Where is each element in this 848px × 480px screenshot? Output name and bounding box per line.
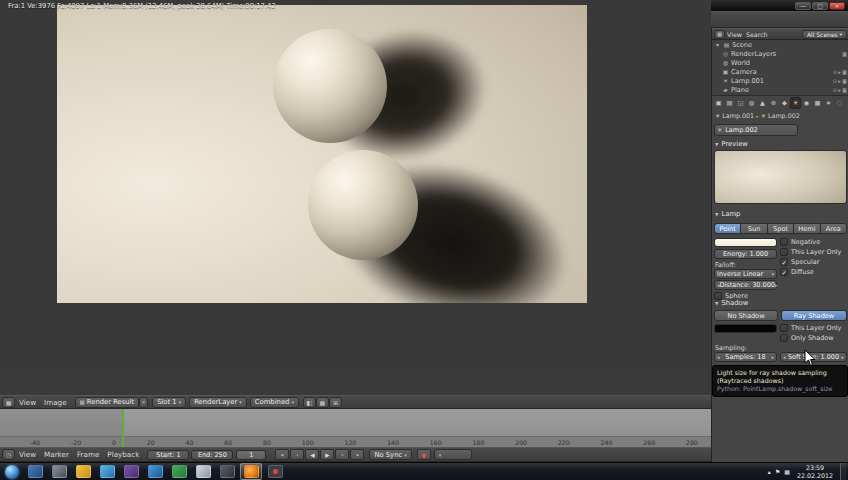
sync-mode-selector[interactable]: No Sync ▾ <box>369 449 411 460</box>
current-frame-marker[interactable] <box>122 409 124 447</box>
eye-icon[interactable]: ⊙ <box>833 87 837 93</box>
taskbar-slot[interactable] <box>48 463 70 480</box>
render-restrict-icon[interactable]: ▣ <box>842 78 847 84</box>
step-right-icon[interactable]: ▸ <box>771 354 774 360</box>
select-restrict-icon[interactable]: ▸ <box>838 69 841 75</box>
end-frame-field[interactable]: End: 250 <box>191 450 233 460</box>
timeline-editor-type-icon[interactable]: ◷ <box>2 449 15 460</box>
lamp-type-sun[interactable]: Sun <box>740 223 766 234</box>
outliner-item-camera[interactable]: ▣ Camera ⊙ ▸ ▣ <box>712 67 848 76</box>
image-editor-canvas[interactable]: Fra:1 Ve:3976 Fa:4097 La:1 Mem:8.36M (12… <box>0 0 711 367</box>
step-right-icon[interactable]: ▸ <box>775 282 778 288</box>
start-frame-field[interactable]: Start: 1 <box>147 450 189 460</box>
tab-material[interactable]: ◉ <box>801 97 812 109</box>
timeline-menu-marker[interactable]: Marker <box>40 450 73 459</box>
play-button[interactable]: ▶ <box>320 449 334 460</box>
play-reverse-button[interactable]: ◀ <box>305 449 319 460</box>
checkbox[interactable] <box>780 248 788 256</box>
render-restrict-icon[interactable]: ▣ <box>842 87 847 93</box>
tab-scene[interactable]: ◲ <box>735 97 746 109</box>
falloff-dropdown[interactable]: Inverse Linear ▾ <box>714 269 777 279</box>
taskbar-slot[interactable] <box>192 463 214 480</box>
tab-world[interactable]: ◍ <box>746 97 757 109</box>
taskbar-app-4[interactable] <box>100 465 115 478</box>
taskbar-slot[interactable] <box>120 463 142 480</box>
auto-keyframe-record-button[interactable]: ● <box>417 449 431 460</box>
tab-constraints[interactable]: ⊕ <box>768 97 779 109</box>
tab-particles[interactable]: ∗ <box>823 97 834 109</box>
timeline-menu-playback[interactable]: Playback <box>103 450 143 459</box>
outliner-menu-view[interactable]: View <box>725 31 744 38</box>
show-hidden-icons-button[interactable]: ▴ <box>768 468 771 475</box>
outliner-display-mode[interactable]: All Scenes ▾ <box>802 30 847 39</box>
current-frame-field[interactable]: 1 <box>236 450 266 460</box>
tab-object-data[interactable]: ☀ <box>790 97 801 109</box>
checkbox-checked[interactable]: ✓ <box>780 258 788 266</box>
select-restrict-icon[interactable]: ▸ <box>838 78 841 84</box>
taskbar-clock[interactable]: 23:59 22.02.2012 <box>797 464 833 479</box>
show-desktop-button[interactable] <box>840 463 846 480</box>
image-menu-image[interactable]: Image <box>40 398 71 407</box>
eye-icon[interactable]: ⊙ <box>833 78 837 84</box>
outliner-item-lamp001[interactable]: ☀ Lamp.001 ⊙ ▸ ▣ <box>712 76 848 85</box>
image-datablock-selector[interactable]: ▦ Render Result <box>75 397 140 408</box>
render-slot-selector[interactable]: Slot 1 ▾ <box>152 397 186 408</box>
render-layer-selector[interactable]: RenderLayer ▾ <box>189 397 247 408</box>
tab-physics[interactable]: ◌ <box>834 97 845 109</box>
timeline-menu-view[interactable]: View <box>15 450 40 459</box>
maximize-button[interactable]: □ <box>812 2 828 10</box>
taskbar-slot[interactable] <box>96 463 118 480</box>
ray-shadow-button[interactable]: Ray Shadow <box>781 310 847 321</box>
taskbar-app-blender[interactable] <box>244 465 259 478</box>
specular-checkbox[interactable]: ✓ Specular <box>780 258 819 266</box>
no-shadow-button[interactable]: No Shadow <box>714 310 778 321</box>
lamp-type-spot[interactable]: Spot <box>767 223 793 234</box>
select-restrict-icon[interactable]: ▸ <box>838 87 841 93</box>
close-button[interactable]: × <box>829 2 845 10</box>
tab-texture[interactable]: ▦ <box>812 97 823 109</box>
checkbox[interactable] <box>780 334 788 342</box>
negative-checkbox[interactable]: Negative <box>780 238 820 246</box>
timeline-menu-frame[interactable]: Frame <box>73 450 103 459</box>
outliner-item-plane[interactable]: ▰ Plane ⊙ ▸ ▣ <box>712 85 848 94</box>
lamp-panel-header[interactable]: ▼ Lamp <box>715 210 740 218</box>
eye-icon[interactable]: ⊙ <box>833 69 837 75</box>
shadow-color-swatch[interactable] <box>714 324 777 333</box>
taskbar-slot[interactable] <box>24 463 46 480</box>
jump-to-end-button[interactable]: » <box>350 449 364 460</box>
taskbar-slot[interactable] <box>216 463 238 480</box>
taskbar-app-6[interactable] <box>148 465 163 478</box>
outliner-editor-icon[interactable]: ▦ <box>714 30 725 39</box>
energy-slider[interactable]: Energy: 1.000 <box>714 249 777 259</box>
this-layer-only-checkbox[interactable]: This Layer Only <box>780 248 841 256</box>
tray-network-icon[interactable]: ▦ <box>784 468 790 475</box>
taskbar-slot[interactable] <box>144 463 166 480</box>
tray-flag-icon[interactable]: ⚑ <box>775 468 780 475</box>
preview-panel-header[interactable]: ▼ Preview <box>715 140 748 148</box>
lamp-name-field[interactable]: ☀ Lamp.002 <box>714 124 798 136</box>
only-shadow-checkbox[interactable]: Only Shadow <box>780 334 834 342</box>
outliner-item-renderlayers[interactable]: ◎ RenderLayers ▣ <box>712 49 848 58</box>
next-keyframe-button[interactable]: › <box>335 449 349 460</box>
expand-arrow-icon[interactable]: ▾ <box>714 42 721 48</box>
minimize-button[interactable]: — <box>795 2 811 10</box>
taskbar-slot[interactable] <box>72 463 94 480</box>
taskbar-slot[interactable] <box>264 463 286 480</box>
timeline-track[interactable]: -40 -20 0 20 40 60 80 100 120 140 160 18… <box>0 409 711 447</box>
taskbar-app-2[interactable] <box>52 465 67 478</box>
pin-icon[interactable]: ⊞ <box>329 397 342 408</box>
jump-to-start-button[interactable]: « <box>275 449 289 460</box>
render-restrict-icon[interactable]: ▣ <box>842 51 847 57</box>
display-channels-color-icon[interactable]: ◧ <box>303 397 316 408</box>
lamp-type-point[interactable]: Point <box>714 223 740 234</box>
previous-keyframe-button[interactable]: ‹ <box>290 449 304 460</box>
display-channels-alpha-icon[interactable]: ▦ <box>316 397 329 408</box>
checkbox[interactable] <box>780 324 788 332</box>
tab-render-layers[interactable]: ▤ <box>724 97 735 109</box>
taskbar-app-7[interactable] <box>172 465 187 478</box>
lamp-type-area[interactable]: Area <box>820 223 847 234</box>
lamp-color-swatch[interactable] <box>714 238 777 247</box>
render-pass-selector[interactable]: Combined ▾ <box>250 397 299 408</box>
taskbar-app-recorder[interactable] <box>268 465 283 478</box>
taskbar-slot-active[interactable] <box>240 463 262 480</box>
